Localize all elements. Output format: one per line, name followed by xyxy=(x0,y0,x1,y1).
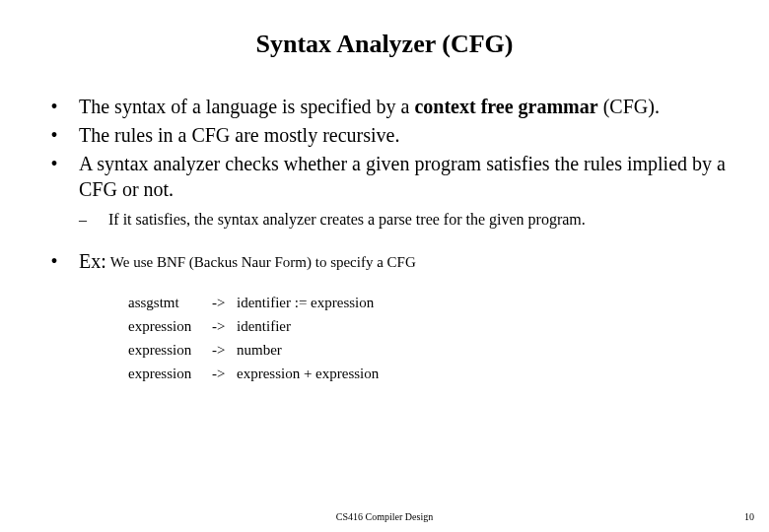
bullet-dot-icon: • xyxy=(30,94,79,119)
grammar-rhs: expression + expression xyxy=(237,362,739,385)
grammar-rhs: identifier := expression xyxy=(237,291,739,314)
bullet-dot-icon: • xyxy=(30,250,79,273)
bullet-item-1: • The syntax of a language is specified … xyxy=(30,94,739,119)
example-label: Ex: xyxy=(79,250,106,273)
slide-title: Syntax Analyzer (CFG) xyxy=(30,30,739,59)
bullet-dot-icon: • xyxy=(30,122,79,148)
grammar-arrow: -> xyxy=(212,291,237,314)
page-number: 10 xyxy=(744,511,754,522)
bullet-list: • The syntax of a language is specified … xyxy=(30,94,739,202)
grammar-arrow: -> xyxy=(212,338,237,362)
grammar-row: assgstmt -> identifier := expression xyxy=(128,291,739,314)
grammar-row: expression -> number xyxy=(128,338,739,362)
grammar-lhs: expression xyxy=(128,314,212,338)
grammar-lhs: assgstmt xyxy=(128,291,212,314)
bullet-1-post: (CFG). xyxy=(598,96,660,117)
bullet-1-pre: The syntax of a language is specified by… xyxy=(79,96,414,117)
grammar-rhs: number xyxy=(237,338,739,362)
grammar-block: assgstmt -> identifier := expression exp… xyxy=(30,291,739,385)
bullet-dot-icon: • xyxy=(30,151,79,202)
sub-bullet-text-1: If it satisfies, the syntax analyzer cre… xyxy=(108,210,586,231)
footer-text: CS416 Compiler Design xyxy=(0,511,769,522)
example-description: We use BNF (Backus Naur Form) to specify… xyxy=(110,254,416,273)
grammar-lhs: expression xyxy=(128,362,212,385)
bullet-text-1: The syntax of a language is specified by… xyxy=(79,94,739,119)
bullet-text-3: A syntax analyzer checks whether a given… xyxy=(79,151,739,202)
grammar-lhs: expression xyxy=(128,338,212,362)
sub-bullet-list: – If it satisfies, the syntax analyzer c… xyxy=(30,210,739,231)
grammar-row: expression -> identifier xyxy=(128,314,739,338)
example-bullet: • Ex: We use BNF (Backus Naur Form) to s… xyxy=(30,250,739,273)
grammar-rhs: identifier xyxy=(237,314,739,338)
grammar-arrow: -> xyxy=(212,362,237,385)
bullet-item-3: • A syntax analyzer checks whether a giv… xyxy=(30,151,739,202)
grammar-arrow: -> xyxy=(212,314,237,338)
bullet-item-2: • The rules in a CFG are mostly recursiv… xyxy=(30,122,739,148)
grammar-row: expression -> expression + expression xyxy=(128,362,739,385)
bullet-text-2: The rules in a CFG are mostly recursive. xyxy=(79,122,739,148)
dash-icon: – xyxy=(79,210,108,231)
bullet-1-bold: context free grammar xyxy=(414,96,597,117)
sub-bullet-item-1: – If it satisfies, the syntax analyzer c… xyxy=(30,210,739,231)
